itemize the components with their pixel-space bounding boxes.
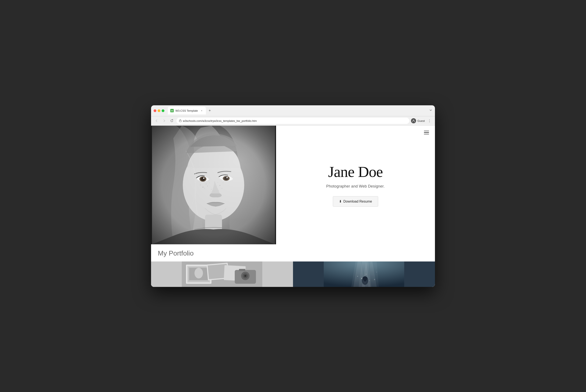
hamburger-menu-button[interactable] (423, 130, 430, 136)
hero-name: Jane Doe (328, 163, 383, 181)
download-icon: ⬇ (339, 200, 342, 204)
profile-label: Guest (417, 119, 425, 122)
svg-point-53 (374, 279, 375, 280)
back-button[interactable] (154, 118, 159, 124)
svg-point-40 (244, 275, 246, 277)
tab-title: W3.CSS Template (175, 109, 198, 112)
chrome-dropdown-button[interactable] (429, 108, 432, 113)
maximize-window-button[interactable] (162, 109, 164, 112)
lock-icon (179, 119, 182, 123)
portfolio-title: My Portfolio (151, 250, 435, 262)
minimize-window-button[interactable] (158, 109, 160, 112)
svg-point-50 (369, 280, 370, 281)
chrome-tab-bar: w W3.CSS Template × + (151, 105, 435, 116)
hero-subtitle: Photographer and Web Designer. (326, 184, 385, 188)
content-panel: Jane Doe Photographer and Web Designer. … (276, 126, 435, 244)
active-tab[interactable]: w W3.CSS Template × (168, 107, 206, 114)
download-resume-button[interactable]: ⬇ Download Resume (333, 196, 378, 206)
hero-section: Jane Doe Photographer and Web Designer. … (151, 126, 435, 244)
url-text: w3schools.com/w3css/tryw3css_templates_b… (183, 119, 257, 122)
hamburger-line-1 (424, 131, 429, 131)
portfolio-item-1[interactable] (151, 262, 293, 287)
address-bar: w3schools.com/w3css/tryw3css_templates_b… (151, 116, 435, 126)
svg-rect-41 (239, 269, 245, 271)
url-bar[interactable]: w3schools.com/w3css/tryw3css_templates_b… (176, 118, 409, 124)
profile-button[interactable]: Guest (411, 118, 425, 123)
forward-button[interactable] (161, 118, 167, 124)
more-options-button[interactable]: ⋮ (427, 118, 432, 124)
portfolio-grid (151, 262, 435, 287)
hamburger-line-3 (424, 134, 429, 134)
hero-content: Jane Doe Photographer and Web Designer. … (276, 126, 435, 244)
svg-point-52 (357, 276, 358, 277)
refresh-button[interactable] (169, 118, 175, 124)
tab-bar: w W3.CSS Template × + (168, 107, 427, 114)
portfolio-item-2[interactable] (293, 262, 435, 287)
close-window-button[interactable] (154, 109, 156, 112)
hamburger-line-2 (424, 132, 429, 133)
browser-window: w W3.CSS Template × + (151, 105, 435, 287)
svg-point-1 (413, 120, 414, 121)
download-btn-label: Download Resume (343, 200, 372, 204)
svg-point-54 (377, 272, 377, 272)
svg-rect-27 (152, 126, 275, 244)
traffic-lights (154, 109, 164, 112)
tab-close-button[interactable]: × (200, 109, 203, 112)
portrait-photo (151, 126, 276, 244)
svg-point-33 (194, 268, 203, 278)
portfolio-section: My Portfolio (151, 244, 435, 287)
new-tab-button[interactable]: + (207, 108, 213, 114)
svg-point-49 (366, 274, 367, 274)
svg-rect-0 (179, 120, 181, 122)
website-content: Jane Doe Photographer and Web Designer. … (151, 126, 435, 287)
profile-icon (411, 118, 416, 123)
tab-favicon: w (170, 109, 174, 112)
